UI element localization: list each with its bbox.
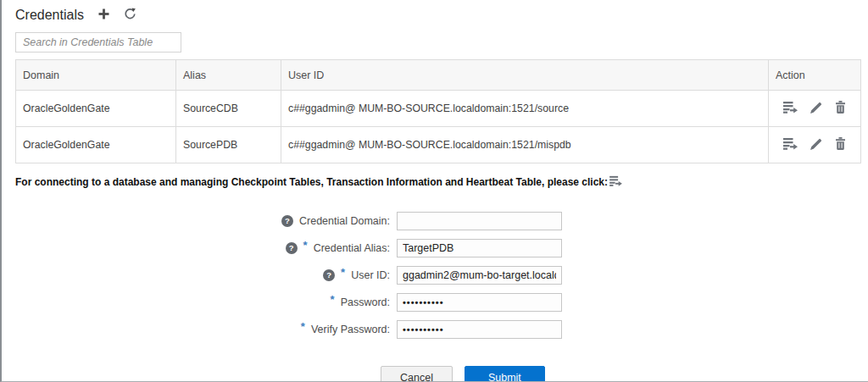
credential-alias-input[interactable] bbox=[397, 239, 562, 257]
field-label: Credential Domain: bbox=[299, 215, 390, 227]
column-header-domain: Domain bbox=[16, 60, 176, 91]
help-icon[interactable]: ? bbox=[281, 215, 293, 227]
credentials-table: Domain Alias User ID Action OracleGolden… bbox=[15, 59, 861, 163]
connect-database-button[interactable] bbox=[783, 101, 798, 113]
form-row-verify-password: * Verify Password: bbox=[15, 319, 868, 339]
credentials-page: Credentials Domain Alias User ID Acti bbox=[2, 0, 868, 382]
edit-credential-button[interactable] bbox=[810, 138, 822, 150]
column-header-action: Action bbox=[769, 60, 861, 91]
pencil-icon bbox=[810, 138, 822, 150]
trash-icon bbox=[835, 137, 846, 150]
help-icon[interactable]: ? bbox=[286, 242, 298, 254]
edit-credential-button[interactable] bbox=[810, 102, 822, 113]
required-asterisk: * bbox=[303, 239, 308, 252]
pencil-icon bbox=[810, 102, 822, 113]
plus-icon bbox=[97, 8, 110, 23]
page-title: Credentials bbox=[15, 8, 84, 23]
cell-alias: SourceCDB bbox=[176, 91, 281, 127]
refresh-icon bbox=[124, 8, 136, 23]
form-row-user-id: ? * User ID: bbox=[15, 265, 868, 285]
required-asterisk: * bbox=[301, 320, 305, 333]
form-actions: Cancel Submit bbox=[381, 366, 868, 382]
cell-user-id: c##ggadmin@ MUM-BO-SOURCE.localdomain:15… bbox=[281, 91, 769, 127]
refresh-button[interactable] bbox=[124, 8, 136, 23]
trash-icon bbox=[835, 101, 846, 113]
cell-domain: OracleGoldenGate bbox=[16, 127, 176, 163]
password-input[interactable] bbox=[397, 293, 562, 312]
table-header-row: Domain Alias User ID Action bbox=[16, 60, 861, 91]
connect-database-shortcut-button[interactable] bbox=[609, 175, 622, 189]
add-credential-button[interactable] bbox=[97, 8, 110, 23]
verify-password-input[interactable] bbox=[397, 320, 562, 339]
form-row-password: * Password: bbox=[15, 292, 868, 312]
cell-action bbox=[769, 91, 861, 127]
cell-user-id: c##ggadmin@ MUM-BO-SOURCE.localdomain:15… bbox=[281, 127, 769, 163]
cell-action bbox=[769, 127, 861, 163]
delete-credential-button[interactable] bbox=[835, 137, 846, 150]
credential-form: ? Credential Domain: ? * Credential Alia… bbox=[15, 211, 868, 339]
required-asterisk: * bbox=[341, 266, 345, 279]
instruction-text: For connecting to a database and managin… bbox=[15, 175, 868, 189]
field-label: User ID: bbox=[351, 269, 390, 281]
page-header: Credentials bbox=[15, 5, 868, 25]
cancel-button[interactable]: Cancel bbox=[381, 366, 453, 382]
field-label: Credential Alias: bbox=[314, 242, 390, 254]
table-row: OracleGoldenGate SourceCDB c##ggadmin@ M… bbox=[16, 91, 861, 127]
column-header-alias: Alias bbox=[176, 60, 281, 91]
field-label: Password: bbox=[341, 296, 390, 308]
user-id-input[interactable] bbox=[397, 266, 562, 285]
cell-alias: SourcePDB bbox=[176, 127, 281, 163]
submit-button[interactable]: Submit bbox=[465, 366, 545, 382]
required-asterisk: * bbox=[331, 293, 335, 306]
connect-database-button[interactable] bbox=[783, 137, 798, 150]
form-row-credential-domain: ? Credential Domain: bbox=[15, 211, 868, 230]
database-connect-icon bbox=[783, 101, 798, 113]
field-label: Verify Password: bbox=[311, 324, 390, 335]
credential-domain-input[interactable] bbox=[397, 212, 562, 230]
column-header-user-id: User ID bbox=[281, 60, 769, 91]
database-connect-icon bbox=[783, 137, 798, 150]
help-icon[interactable]: ? bbox=[323, 269, 335, 281]
delete-credential-button[interactable] bbox=[835, 101, 846, 113]
form-row-credential-alias: ? * Credential Alias: bbox=[15, 238, 868, 257]
cell-domain: OracleGoldenGate bbox=[16, 91, 176, 127]
database-connect-icon bbox=[609, 175, 622, 189]
table-row: OracleGoldenGate SourcePDB c##ggadmin@ M… bbox=[16, 127, 861, 163]
search-input[interactable] bbox=[15, 32, 181, 53]
